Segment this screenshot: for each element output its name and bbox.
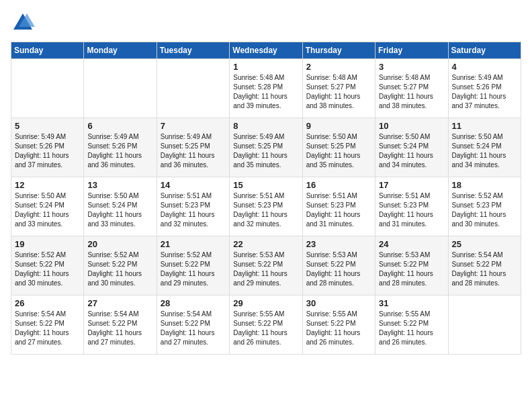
- page-header: [11, 11, 521, 35]
- day-cell: 14Sunrise: 5:51 AM Sunset: 5:23 PM Dayli…: [157, 177, 229, 236]
- day-number: 11: [452, 121, 517, 131]
- day-info: Sunrise: 5:55 AM Sunset: 5:22 PM Dayligh…: [379, 310, 444, 347]
- day-number: 19: [15, 239, 80, 249]
- day-cell: [11, 59, 84, 118]
- day-number: 29: [233, 298, 298, 308]
- day-number: 26: [15, 298, 80, 308]
- day-info: Sunrise: 5:52 AM Sunset: 5:22 PM Dayligh…: [15, 250, 80, 288]
- day-cell: 24Sunrise: 5:53 AM Sunset: 5:22 PM Dayli…: [375, 236, 448, 295]
- day-number: 13: [87, 180, 152, 190]
- day-number: 14: [161, 180, 226, 190]
- day-number: 9: [306, 121, 371, 131]
- day-info: Sunrise: 5:51 AM Sunset: 5:23 PM Dayligh…: [306, 191, 371, 229]
- day-number: 1: [233, 62, 298, 72]
- day-info: Sunrise: 5:54 AM Sunset: 5:22 PM Dayligh…: [161, 310, 226, 347]
- day-cell: 11Sunrise: 5:50 AM Sunset: 5:24 PM Dayli…: [448, 118, 521, 177]
- day-cell: 7Sunrise: 5:49 AM Sunset: 5:25 PM Daylig…: [157, 118, 229, 177]
- day-number: 7: [161, 121, 226, 131]
- day-cell: 12Sunrise: 5:50 AM Sunset: 5:24 PM Dayli…: [11, 177, 84, 236]
- header-cell-saturday: Saturday: [448, 42, 521, 59]
- day-cell: 28Sunrise: 5:54 AM Sunset: 5:22 PM Dayli…: [157, 295, 229, 355]
- day-cell: 31Sunrise: 5:55 AM Sunset: 5:22 PM Dayli…: [375, 295, 448, 355]
- day-number: 20: [87, 239, 152, 249]
- day-number: 18: [452, 180, 517, 190]
- day-number: 24: [379, 239, 444, 249]
- day-cell: 18Sunrise: 5:52 AM Sunset: 5:23 PM Dayli…: [448, 177, 521, 236]
- day-cell: 19Sunrise: 5:52 AM Sunset: 5:22 PM Dayli…: [11, 236, 84, 295]
- day-info: Sunrise: 5:53 AM Sunset: 5:22 PM Dayligh…: [379, 250, 444, 288]
- day-cell: 22Sunrise: 5:53 AM Sunset: 5:22 PM Dayli…: [230, 236, 302, 295]
- day-info: Sunrise: 5:51 AM Sunset: 5:23 PM Dayligh…: [233, 191, 298, 229]
- day-number: 23: [306, 239, 371, 249]
- day-cell: [448, 295, 521, 355]
- day-cell: 9Sunrise: 5:50 AM Sunset: 5:25 PM Daylig…: [302, 118, 375, 177]
- day-number: 5: [15, 121, 80, 131]
- day-info: Sunrise: 5:49 AM Sunset: 5:25 PM Dayligh…: [161, 132, 226, 170]
- day-info: Sunrise: 5:54 AM Sunset: 5:22 PM Dayligh…: [87, 310, 152, 347]
- day-cell: 1Sunrise: 5:48 AM Sunset: 5:28 PM Daylig…: [230, 59, 302, 118]
- day-info: Sunrise: 5:48 AM Sunset: 5:27 PM Dayligh…: [379, 73, 444, 111]
- day-info: Sunrise: 5:52 AM Sunset: 5:22 PM Dayligh…: [87, 250, 152, 288]
- day-info: Sunrise: 5:50 AM Sunset: 5:24 PM Dayligh…: [452, 132, 517, 170]
- day-cell: 30Sunrise: 5:55 AM Sunset: 5:22 PM Dayli…: [302, 295, 375, 355]
- day-info: Sunrise: 5:51 AM Sunset: 5:23 PM Dayligh…: [161, 191, 226, 229]
- header-cell-thursday: Thursday: [302, 42, 375, 59]
- day-info: Sunrise: 5:49 AM Sunset: 5:26 PM Dayligh…: [87, 132, 152, 170]
- day-number: 21: [161, 239, 226, 249]
- day-number: 31: [379, 298, 444, 308]
- day-cell: 29Sunrise: 5:55 AM Sunset: 5:22 PM Dayli…: [230, 295, 302, 355]
- day-number: 27: [87, 298, 152, 308]
- week-row-3: 12Sunrise: 5:50 AM Sunset: 5:24 PM Dayli…: [11, 177, 521, 236]
- day-cell: [157, 59, 229, 118]
- day-number: 30: [306, 298, 371, 308]
- day-cell: 20Sunrise: 5:52 AM Sunset: 5:22 PM Dayli…: [84, 236, 157, 295]
- day-cell: 17Sunrise: 5:51 AM Sunset: 5:23 PM Dayli…: [375, 177, 448, 236]
- day-number: 28: [161, 298, 226, 308]
- day-info: Sunrise: 5:50 AM Sunset: 5:24 PM Dayligh…: [379, 132, 444, 170]
- day-cell: 15Sunrise: 5:51 AM Sunset: 5:23 PM Dayli…: [230, 177, 302, 236]
- day-number: 15: [233, 180, 298, 190]
- day-info: Sunrise: 5:55 AM Sunset: 5:22 PM Dayligh…: [233, 310, 298, 347]
- day-info: Sunrise: 5:49 AM Sunset: 5:26 PM Dayligh…: [15, 132, 80, 170]
- day-number: 12: [15, 180, 80, 190]
- day-info: Sunrise: 5:49 AM Sunset: 5:25 PM Dayligh…: [233, 132, 298, 170]
- day-info: Sunrise: 5:54 AM Sunset: 5:22 PM Dayligh…: [452, 250, 517, 288]
- day-number: 22: [233, 239, 298, 249]
- week-row-2: 5Sunrise: 5:49 AM Sunset: 5:26 PM Daylig…: [11, 118, 521, 177]
- day-cell: 13Sunrise: 5:50 AM Sunset: 5:24 PM Dayli…: [84, 177, 157, 236]
- day-cell: 21Sunrise: 5:52 AM Sunset: 5:22 PM Dayli…: [157, 236, 229, 295]
- day-cell: 6Sunrise: 5:49 AM Sunset: 5:26 PM Daylig…: [84, 118, 157, 177]
- day-cell: 10Sunrise: 5:50 AM Sunset: 5:24 PM Dayli…: [375, 118, 448, 177]
- day-info: Sunrise: 5:55 AM Sunset: 5:22 PM Dayligh…: [306, 310, 371, 347]
- calendar-body: 1Sunrise: 5:48 AM Sunset: 5:28 PM Daylig…: [11, 59, 521, 355]
- logo: [11, 11, 38, 35]
- day-cell: 27Sunrise: 5:54 AM Sunset: 5:22 PM Dayli…: [84, 295, 157, 355]
- day-info: Sunrise: 5:51 AM Sunset: 5:23 PM Dayligh…: [379, 191, 444, 229]
- day-info: Sunrise: 5:53 AM Sunset: 5:22 PM Dayligh…: [233, 250, 298, 288]
- logo-icon: [11, 11, 35, 35]
- day-info: Sunrise: 5:50 AM Sunset: 5:24 PM Dayligh…: [87, 191, 152, 229]
- day-number: 4: [452, 62, 517, 72]
- day-cell: 8Sunrise: 5:49 AM Sunset: 5:25 PM Daylig…: [230, 118, 302, 177]
- day-info: Sunrise: 5:52 AM Sunset: 5:22 PM Dayligh…: [161, 250, 226, 288]
- week-row-1: 1Sunrise: 5:48 AM Sunset: 5:28 PM Daylig…: [11, 59, 521, 118]
- header-cell-wednesday: Wednesday: [230, 42, 302, 59]
- day-info: Sunrise: 5:54 AM Sunset: 5:22 PM Dayligh…: [15, 310, 80, 347]
- day-info: Sunrise: 5:50 AM Sunset: 5:24 PM Dayligh…: [15, 191, 80, 229]
- calendar-table: SundayMondayTuesdayWednesdayThursdayFrid…: [11, 42, 521, 355]
- day-info: Sunrise: 5:49 AM Sunset: 5:26 PM Dayligh…: [452, 73, 517, 111]
- week-row-4: 19Sunrise: 5:52 AM Sunset: 5:22 PM Dayli…: [11, 236, 521, 295]
- day-number: 6: [87, 121, 152, 131]
- header-cell-monday: Monday: [84, 42, 157, 59]
- day-info: Sunrise: 5:50 AM Sunset: 5:25 PM Dayligh…: [306, 132, 371, 170]
- day-cell: 26Sunrise: 5:54 AM Sunset: 5:22 PM Dayli…: [11, 295, 84, 355]
- day-cell: [84, 59, 157, 118]
- day-cell: 16Sunrise: 5:51 AM Sunset: 5:23 PM Dayli…: [302, 177, 375, 236]
- day-number: 16: [306, 180, 371, 190]
- calendar-header: SundayMondayTuesdayWednesdayThursdayFrid…: [11, 42, 521, 59]
- header-cell-tuesday: Tuesday: [157, 42, 229, 59]
- header-cell-friday: Friday: [375, 42, 448, 59]
- day-number: 8: [233, 121, 298, 131]
- header-cell-sunday: Sunday: [11, 42, 84, 59]
- day-cell: 2Sunrise: 5:48 AM Sunset: 5:27 PM Daylig…: [302, 59, 375, 118]
